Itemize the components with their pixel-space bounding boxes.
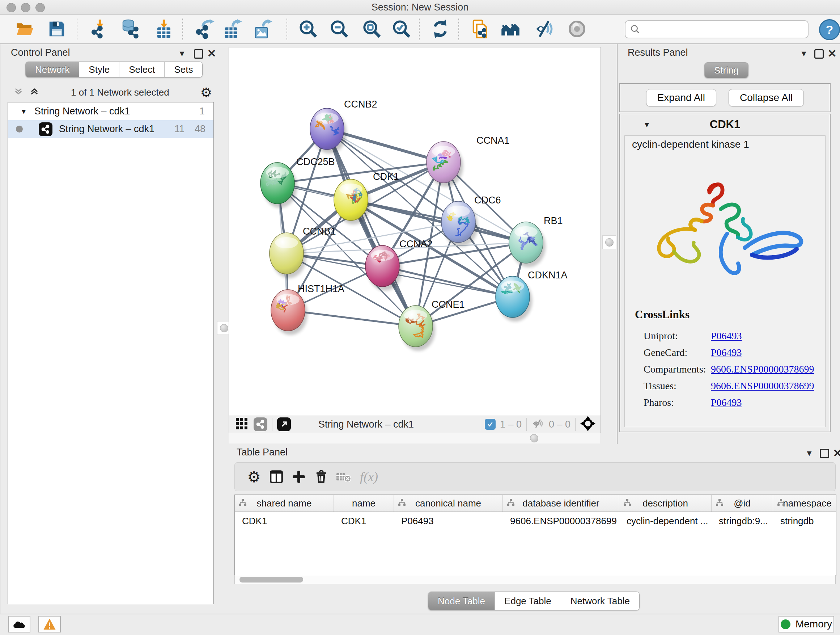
tree-expand-icon[interactable]: ▾ (22, 107, 26, 116)
network-node[interactable] (365, 245, 402, 291)
table-cell[interactable]: P06493 (394, 512, 503, 530)
network-row[interactable]: String Network – cdk1 11 48 (8, 120, 213, 138)
crosslink-link[interactable]: P06493 (711, 347, 742, 358)
table-horizontal-scrollbar[interactable] (234, 575, 836, 584)
network-collection-row[interactable]: ▾ String Network – cdk1 1 (8, 103, 213, 120)
memory-button[interactable]: Memory (778, 616, 834, 632)
export-image-icon[interactable] (253, 19, 273, 40)
cloud-status-button[interactable] (8, 616, 30, 632)
gene-section-header[interactable]: ▾ CDK1 (620, 114, 830, 135)
crosslink-link[interactable]: P06493 (711, 397, 742, 409)
float-panel-icon[interactable]: ▾ (176, 47, 188, 59)
tab-style[interactable]: Style (79, 62, 119, 77)
open-session-icon[interactable] (14, 19, 35, 40)
delete-column-trash-icon[interactable] (310, 467, 332, 486)
save-session-icon[interactable] (46, 19, 67, 40)
table-cell[interactable]: CDK1 (334, 512, 394, 530)
import-network-file-icon[interactable] (89, 19, 111, 40)
apply-layout-icon[interactable] (430, 19, 451, 40)
table-cell[interactable]: 9606.ENSP00000378699 (503, 512, 619, 530)
table-options-gear-icon[interactable]: ⚙ (243, 467, 265, 486)
network-canvas[interactable]: CCNB2CCNA1CDC25BCDK1CDC6RB1CCNB1CCNA2CDK… (229, 47, 601, 416)
network-node[interactable] (334, 179, 370, 225)
grid-view-icon[interactable] (235, 417, 248, 432)
close-panel-icon[interactable]: ✕ (831, 447, 840, 459)
network-graph[interactable]: CCNB2CCNA1CDC25BCDK1CDC6RB1CCNB1CCNA2CDK… (229, 48, 600, 416)
maximize-panel-icon[interactable] (813, 48, 825, 60)
help-icon[interactable]: ? (819, 19, 840, 40)
collapse-all-icon[interactable] (13, 87, 24, 98)
share-view-icon[interactable] (254, 417, 267, 431)
float-panel-icon[interactable]: ▾ (798, 47, 810, 59)
collapse-all-button[interactable]: Collapse All (729, 89, 804, 106)
import-network-database-icon[interactable] (119, 19, 141, 40)
hidden-eye-icon[interactable] (531, 417, 545, 431)
tab-string[interactable]: String (705, 63, 748, 78)
crosslink-link[interactable]: P06493 (711, 330, 742, 342)
column-header-shared-name[interactable]: shared name (235, 495, 334, 511)
zoom-fit-icon[interactable] (362, 19, 382, 40)
zoom-out-icon[interactable] (329, 19, 350, 40)
table-cell[interactable]: stringdb:9... (712, 512, 773, 530)
maximize-panel-icon[interactable] (818, 448, 831, 460)
show-columns-icon[interactable] (265, 467, 287, 486)
import-table-file-icon[interactable] (153, 19, 174, 40)
export-table-icon[interactable] (222, 19, 243, 40)
results-splitter-handle[interactable] (602, 235, 616, 249)
hide-selected-icon[interactable] (534, 19, 555, 40)
open-in-browser-icon[interactable] (470, 19, 491, 40)
expand-all-button[interactable]: Expand All (646, 89, 716, 106)
show-all-icon[interactable] (567, 19, 587, 40)
network-node[interactable] (496, 276, 532, 321)
column-header--id[interactable]: @id (712, 495, 773, 511)
birdseye-navigator-icon[interactable] (580, 416, 595, 432)
section-collapse-icon[interactable]: ▾ (645, 119, 649, 130)
warnings-button[interactable] (38, 616, 61, 632)
table-row[interactable]: CDK1CDK1P064939606.ENSP00000378699cyclin… (235, 512, 836, 530)
network-node[interactable] (310, 108, 347, 154)
network-node[interactable] (399, 306, 435, 351)
results-splitter[interactable] (601, 44, 617, 444)
column-header-name[interactable]: name (334, 495, 394, 511)
close-panel-icon[interactable]: ✕ (826, 47, 838, 59)
column-header-namespace[interactable]: namespace (773, 495, 836, 511)
table-cell[interactable]: CDK1 (235, 512, 334, 530)
column-header-description[interactable]: description (619, 495, 712, 511)
network-options-gear-icon[interactable]: ⚙ (201, 85, 212, 100)
network-edge[interactable] (327, 129, 416, 326)
export-network-icon[interactable] (195, 19, 216, 40)
crosslink-link[interactable]: 9606.ENSP00000378699 (711, 363, 814, 375)
tab-node-table[interactable]: Node Table (428, 592, 495, 610)
network-node[interactable] (441, 201, 478, 247)
table-cell[interactable]: cyclin-dependent ... (619, 512, 712, 530)
tab-network-table[interactable]: Network Table (561, 592, 639, 610)
home-icon[interactable] (500, 19, 521, 40)
search-input[interactable] (625, 20, 808, 38)
zoom-selected-icon[interactable] (391, 19, 412, 40)
expand-all-icon[interactable] (29, 87, 40, 98)
network-edge[interactable] (351, 200, 526, 242)
network-node[interactable] (271, 290, 308, 335)
delete-table-icon[interactable] (332, 467, 355, 486)
network-node[interactable] (270, 233, 306, 278)
horizontal-splitter-handle[interactable] (530, 434, 538, 442)
create-column-icon[interactable] (287, 467, 310, 486)
maximize-panel-icon[interactable] (193, 48, 205, 60)
table-cell[interactable]: stringdb (773, 512, 836, 530)
selected-checkbox-icon[interactable] (485, 419, 496, 430)
tab-select[interactable]: Select (119, 62, 164, 77)
tab-sets[interactable]: Sets (164, 62, 202, 77)
close-panel-icon[interactable]: ✕ (205, 47, 218, 59)
network-node[interactable] (509, 222, 546, 267)
tab-network[interactable]: Network (26, 62, 79, 77)
zoom-in-icon[interactable] (298, 19, 319, 40)
tab-edge-table[interactable]: Edge Table (495, 592, 561, 610)
function-builder-icon[interactable]: f(x) (358, 467, 380, 486)
horizontal-splitter[interactable] (229, 432, 600, 443)
column-header-database-identifier[interactable]: database identifier (503, 495, 619, 511)
float-panel-icon[interactable]: ▾ (803, 447, 815, 459)
scrollbar-thumb[interactable] (240, 577, 303, 583)
detach-view-icon[interactable] (277, 417, 291, 431)
column-header-canonical-name[interactable]: canonical name (394, 495, 503, 511)
crosslink-link[interactable]: 9606.ENSP00000378699 (711, 380, 814, 392)
